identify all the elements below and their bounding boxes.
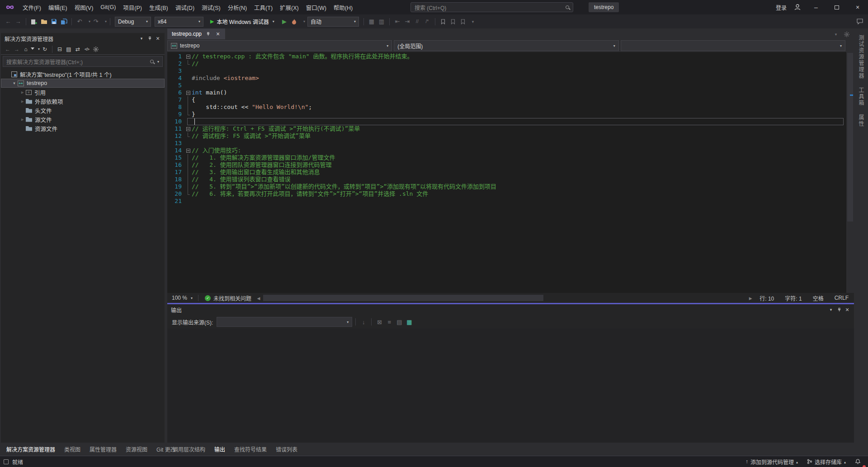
debug-target-mode-select[interactable]: 自动▾ — [307, 17, 359, 27]
menu-item[interactable]: 生成(B) — [146, 0, 172, 14]
tree-item[interactable]: 头文件 — [1, 106, 165, 115]
fold-marker[interactable] — [184, 154, 192, 161]
menu-item[interactable]: 文件(F) — [19, 0, 45, 14]
tree-item[interactable]: testrepo — [1, 79, 165, 88]
start-debugging-button[interactable]: ▶ 本地 Windows 调试器 ▾ — [207, 17, 278, 27]
code-line[interactable]: 16 // 2. 使用团队资源管理器窗口连接到源代码管理 — [167, 161, 846, 169]
menu-item[interactable]: 扩展(X) — [276, 0, 302, 14]
fold-marker[interactable] — [184, 183, 192, 190]
menu-item[interactable]: 编辑(E) — [45, 0, 71, 14]
editor-options-icon[interactable] — [842, 29, 851, 39]
open-file-button[interactable] — [39, 17, 48, 27]
fold-marker[interactable] — [184, 53, 192, 60]
search-input[interactable]: 搜索 (Ctrl+Q) — [410, 2, 573, 12]
sync-with-active-document-button[interactable] — [74, 45, 82, 53]
save-all-button[interactable] — [59, 17, 68, 27]
menu-item[interactable]: 调试(D) — [172, 0, 198, 14]
tree-item[interactable]: 解决方案"testrepo"(1 个项目/共 1 个) — [1, 70, 165, 79]
refresh-button[interactable] — [41, 45, 49, 53]
redo-dropdown-icon[interactable]: ▾ — [105, 19, 107, 24]
add-to-source-control-button[interactable]: 添加到源代码管理 — [742, 456, 802, 467]
member-select[interactable]: ▾ — [621, 40, 845, 51]
next-bookmark-button[interactable] — [458, 17, 467, 27]
menu-item[interactable]: 帮助(H) — [330, 0, 356, 14]
se-back-button[interactable] — [4, 45, 12, 53]
tool-window-tab[interactable]: 调用层次结构 — [168, 443, 210, 456]
output-source-select[interactable]: ▾ — [217, 317, 352, 327]
filter-button[interactable]: ▾ — [31, 45, 40, 53]
sign-in-button[interactable]: 登录 — [773, 4, 789, 11]
properties-button[interactable] — [92, 45, 100, 53]
code-line[interactable]: 9 } — [167, 111, 846, 118]
menu-item[interactable]: Git(G) — [97, 0, 119, 14]
word-wrap-button[interactable] — [385, 317, 394, 327]
output-header[interactable]: 输出 — [167, 304, 854, 315]
increase-indent-button[interactable] — [403, 17, 412, 27]
navigate-forward-button[interactable] — [14, 17, 23, 27]
code-map-button[interactable] — [367, 17, 376, 27]
code-line[interactable]: 19 // 5. 转到“项目”>“添加新项”以创建新的代码文件，或转到“项目”>… — [167, 183, 846, 190]
search-icon[interactable] — [150, 60, 154, 63]
char-indicator[interactable]: 字符: 1 — [779, 294, 807, 302]
code-line[interactable]: 12 // 调试程序: F5 或调试 >“开始调试”菜单 — [167, 132, 846, 140]
new-project-button[interactable] — [29, 17, 38, 27]
save-button[interactable] — [49, 17, 58, 27]
code-line[interactable]: 21 — [167, 198, 846, 205]
vertical-scrollbar[interactable] — [846, 52, 854, 293]
fold-marker[interactable] — [184, 104, 192, 111]
notifications-button[interactable] — [851, 456, 864, 467]
menu-item[interactable]: 工具(T) — [250, 0, 276, 14]
fold-marker[interactable] — [184, 161, 192, 169]
close-button[interactable] — [847, 0, 868, 14]
menu-item[interactable]: 分析(N) — [224, 0, 250, 14]
window-position-icon[interactable] — [137, 34, 146, 42]
fold-marker[interactable] — [184, 82, 192, 89]
fold-marker[interactable] — [184, 132, 192, 140]
fold-marker[interactable] — [184, 111, 192, 118]
fold-marker[interactable] — [184, 67, 192, 75]
scope-select[interactable]: (全局范围) ▾ — [394, 40, 618, 51]
search-icon[interactable] — [566, 5, 569, 9]
fold-marker[interactable] — [184, 125, 192, 132]
toolbar-overflow-button[interactable] — [468, 17, 477, 27]
window-position-icon[interactable] — [827, 306, 835, 314]
code-line[interactable]: 13 — [167, 140, 846, 147]
menu-item[interactable]: 项目(P) — [119, 0, 146, 14]
code-line[interactable]: 8 std::cout << "Hello World!\n"; — [167, 104, 846, 111]
home-button[interactable] — [22, 45, 30, 53]
hot-reload-button[interactable] — [290, 17, 299, 27]
select-repository-button[interactable]: 选择存储库 — [803, 456, 849, 467]
output-content[interactable] — [167, 329, 854, 443]
fold-marker[interactable] — [184, 118, 192, 125]
navigate-back-button[interactable] — [4, 17, 13, 27]
fold-marker[interactable] — [184, 75, 192, 82]
previous-bookmark-button[interactable] — [448, 17, 458, 27]
diagnostics-button[interactable] — [377, 17, 386, 27]
close-icon[interactable] — [843, 306, 851, 314]
tool-window-tab[interactable]: 解决方案资源管理器 — [2, 443, 60, 456]
code-editor[interactable]: 1 // testrepo.cpp : 此文件包含 "main" 函数。程序执行… — [167, 52, 854, 293]
tool-window-tab[interactable]: 资源视图 — [121, 443, 152, 456]
pin-icon[interactable] — [204, 30, 212, 38]
background-tasks-icon[interactable] — [4, 459, 9, 464]
toggle-bookmark-button[interactable] — [439, 17, 448, 27]
tree-item[interactable]: 资源文件 — [1, 124, 165, 133]
tree-item[interactable]: 引用 — [1, 88, 165, 97]
fold-marker[interactable] — [184, 198, 192, 205]
code-lines[interactable]: 1 // testrepo.cpp : 此文件包含 "main" 函数。程序执行… — [167, 52, 846, 293]
expand-arrow-icon[interactable] — [19, 99, 26, 104]
tree-item[interactable]: 外部依赖项 — [1, 97, 165, 106]
fold-marker[interactable] — [184, 60, 192, 67]
code-line[interactable]: 5 — [167, 82, 846, 89]
clear-all-button[interactable] — [375, 317, 384, 327]
autohide-tool-window-tab[interactable]: 属性 — [857, 114, 865, 127]
tool-window-tab[interactable]: 属性管理器 — [85, 443, 121, 456]
document-list-icon[interactable] — [831, 29, 840, 39]
uncomment-selection-button[interactable] — [423, 17, 432, 27]
pin-icon[interactable] — [146, 34, 154, 42]
fold-marker[interactable] — [184, 176, 192, 183]
send-feedback-button[interactable] — [855, 17, 864, 27]
code-line[interactable]: 2 // — [167, 60, 846, 67]
tool-window-tab[interactable]: 输出 — [210, 443, 230, 456]
colorize-output-button[interactable] — [405, 317, 414, 327]
